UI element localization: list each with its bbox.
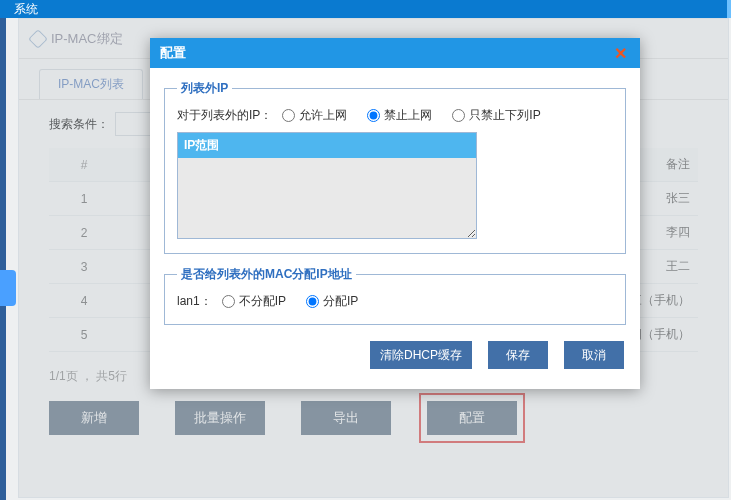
window-title-bar: 系统	[0, 0, 731, 18]
left-gutter	[0, 18, 6, 500]
radio-noassign-input[interactable]	[222, 295, 235, 308]
fieldset-legend-2: 是否给列表外的MAC分配IP地址	[177, 266, 356, 283]
radio-deny-input[interactable]	[367, 109, 380, 122]
side-drawer-handle[interactable]	[0, 270, 16, 306]
mac-assign-row: lan1： 不分配IP 分配IP	[177, 293, 613, 310]
app-title: 系统	[14, 2, 38, 16]
radio-onlydeny-input[interactable]	[452, 109, 465, 122]
radio-deny[interactable]: 禁止上网	[367, 107, 432, 124]
dialog-footer: 清除DHCP缓存 保存 取消	[164, 337, 626, 373]
ip-range-list[interactable]	[178, 158, 476, 238]
radio-noassign[interactable]: 不分配IP	[222, 293, 286, 310]
radio-allow-input[interactable]	[282, 109, 295, 122]
ip-range-header: IP范围	[178, 133, 476, 158]
outside-ip-radio-row: 对于列表外的IP： 允许上网 禁止上网 只禁止下列IP	[177, 107, 613, 124]
radio-allow[interactable]: 允许上网	[282, 107, 347, 124]
clear-dhcp-button[interactable]: 清除DHCP缓存	[370, 341, 472, 369]
fieldset-legend: 列表外IP	[177, 80, 232, 97]
radio-assign[interactable]: 分配IP	[306, 293, 358, 310]
close-icon[interactable]: ✕	[610, 44, 630, 63]
window-control-strip	[727, 0, 731, 18]
radio-onlydeny[interactable]: 只禁止下列IP	[452, 107, 540, 124]
radio-assign-input[interactable]	[306, 295, 319, 308]
lan-label: lan1：	[177, 293, 212, 310]
cancel-button[interactable]: 取消	[564, 341, 624, 369]
outside-ip-label: 对于列表外的IP：	[177, 107, 272, 124]
fieldset-outside-ip: 列表外IP 对于列表外的IP： 允许上网 禁止上网 只禁止下列IP IP范围	[164, 80, 626, 254]
ip-range-box: IP范围	[177, 132, 477, 239]
fieldset-mac-assign: 是否给列表外的MAC分配IP地址 lan1： 不分配IP 分配IP	[164, 266, 626, 325]
save-button[interactable]: 保存	[488, 341, 548, 369]
dialog-header: 配置 ✕	[150, 38, 640, 68]
config-dialog: 配置 ✕ 列表外IP 对于列表外的IP： 允许上网 禁止上网 只禁止下列IP	[150, 38, 640, 389]
dialog-title: 配置	[160, 44, 186, 62]
